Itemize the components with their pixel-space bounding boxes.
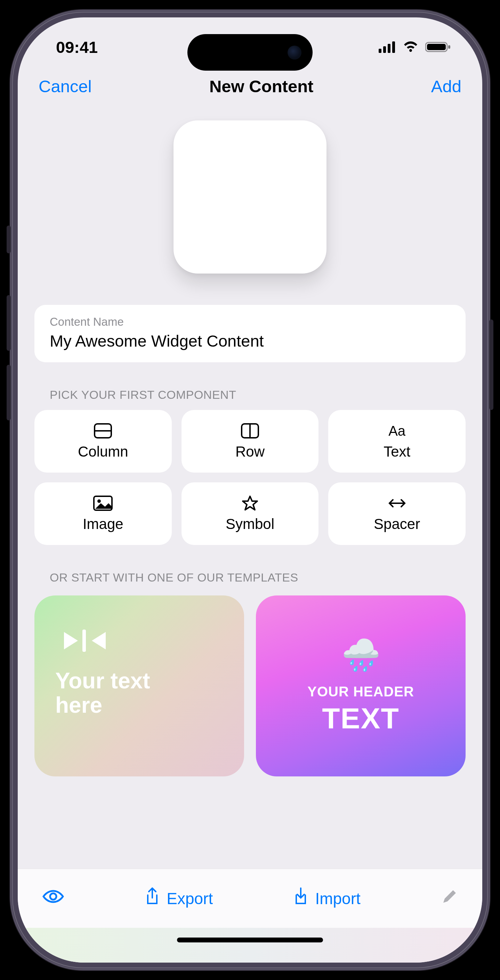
component-grid: Column Row Aa Text [35, 410, 465, 545]
dynamic-island [187, 34, 313, 71]
templates-section-header: OR START WITH ONE OF OUR TEMPLATES [35, 545, 465, 593]
component-label: Spacer [374, 516, 420, 533]
share-down-icon [294, 888, 308, 909]
component-label: Text [384, 443, 410, 460]
screen: 09:41 Cancel New Content Add [18, 18, 482, 963]
component-label: Column [78, 443, 128, 460]
image-icon [93, 495, 113, 512]
template-card-text[interactable]: Your text here [35, 595, 244, 776]
import-label: Import [315, 889, 360, 908]
component-label: Symbol [225, 516, 275, 533]
nav-bar: Cancel New Content Add [18, 76, 482, 110]
component-symbol-button[interactable]: Symbol [181, 482, 319, 545]
text-icon: Aa [388, 423, 405, 439]
reflect-icon [55, 623, 223, 658]
content-name-field[interactable]: Content Name My Awesome Widget Content [35, 305, 465, 362]
column-icon [94, 423, 112, 439]
cancel-button[interactable]: Cancel [39, 76, 92, 96]
widget-preview[interactable] [173, 121, 327, 274]
weather-emoji: 🌧️ [341, 637, 380, 673]
components-section-header: PICK YOUR FIRST COMPONENT [35, 362, 465, 410]
home-indicator[interactable] [177, 937, 323, 942]
share-up-icon [145, 888, 160, 909]
content-area: Content Name My Awesome Widget Content P… [18, 110, 482, 869]
component-label: Row [235, 443, 265, 460]
phone-volume-up [6, 295, 11, 351]
svg-point-14 [50, 893, 56, 900]
svg-rect-3 [392, 41, 395, 53]
svg-rect-2 [388, 44, 390, 53]
phone-frame: 09:41 Cancel New Content Add [10, 10, 490, 970]
cellular-icon [379, 38, 396, 57]
template-text-line1: Your text [55, 668, 223, 693]
export-label: Export [167, 889, 213, 908]
wifi-icon [402, 38, 419, 57]
add-button[interactable]: Add [431, 76, 461, 96]
battery-icon [425, 38, 451, 57]
phone-power-button [489, 320, 494, 410]
template-big-text: TEXT [322, 702, 400, 735]
svg-rect-13 [83, 630, 86, 652]
import-button[interactable]: Import [294, 888, 360, 909]
spacer-icon [387, 495, 407, 512]
svg-rect-6 [448, 45, 450, 49]
content-name-label: Content Name [50, 315, 450, 329]
page-title: New Content [210, 76, 313, 96]
component-column-button[interactable]: Column [35, 410, 172, 473]
phone-mute-switch [6, 226, 11, 253]
template-card-header[interactable]: 🌧️ YOUR HEADER TEXT [256, 595, 465, 776]
component-row-button[interactable]: Row [181, 410, 319, 473]
widget-preview-area [35, 110, 465, 305]
template-grid: Your text here 🌧️ YOUR HEADER TEXT [35, 595, 465, 776]
home-indicator-area [18, 928, 482, 963]
phone-volume-down [6, 365, 11, 420]
status-time: 09:41 [56, 38, 98, 57]
svg-rect-5 [427, 44, 446, 50]
svg-rect-1 [383, 46, 386, 53]
component-image-button[interactable]: Image [35, 482, 172, 545]
symbol-icon [242, 495, 258, 512]
export-button[interactable]: Export [145, 888, 213, 909]
row-icon [241, 423, 259, 439]
component-spacer-button[interactable]: Spacer [328, 482, 465, 545]
edit-button[interactable] [441, 888, 458, 908]
template-header-label: YOUR HEADER [307, 684, 414, 700]
bottom-toolbar: Export Import [18, 869, 482, 928]
content-name-value: My Awesome Widget Content [50, 331, 450, 350]
preview-toggle-button[interactable] [42, 889, 64, 908]
svg-rect-0 [379, 49, 381, 53]
template-text-line2: here [55, 693, 223, 717]
component-label: Image [83, 516, 124, 533]
svg-point-12 [97, 500, 101, 503]
component-text-button[interactable]: Aa Text [328, 410, 465, 473]
